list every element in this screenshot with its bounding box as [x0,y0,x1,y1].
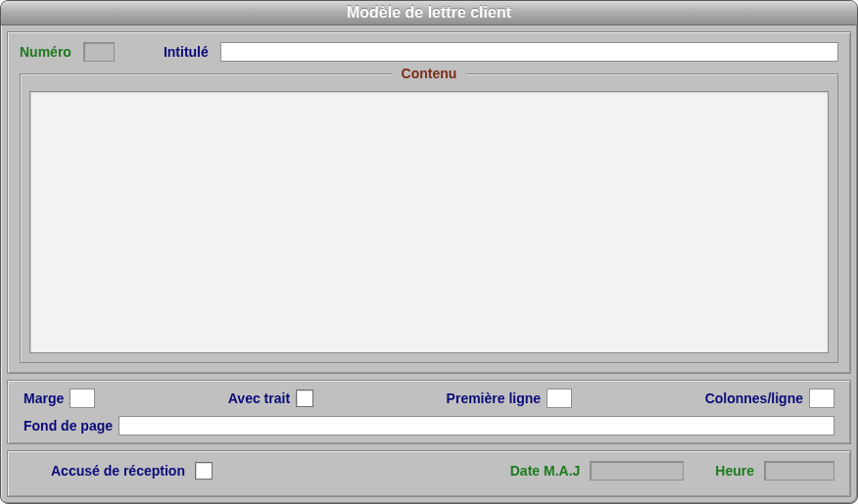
premiere-ligne-label: Première ligne [447,390,542,406]
fond-de-page-input[interactable] [119,416,834,435]
avec-trait-label: Avec trait [228,390,290,406]
colonnes-ligne-input[interactable] [809,389,834,408]
format-panel: Marge Avec trait Première ligne Colonnes… [7,380,851,444]
window: Modèle de lettre client Numéro Intitulé … [0,0,858,504]
colonnes-ligne-label: Colonnes/ligne [705,390,803,406]
heure-label: Heure [715,463,754,479]
avec-trait-checkbox[interactable] [296,389,313,407]
contenu-legend: Contenu [392,66,467,81]
date-maj-label: Date M.A.J [510,463,581,479]
heure-field [764,461,834,481]
footer-panel: Accusé de réception Date M.A.J Heure [7,450,851,497]
titlebar: Modèle de lettre client [1,1,857,25]
numero-label: Numéro [20,44,72,60]
window-title: Modèle de lettre client [347,4,511,22]
marge-label: Marge [24,390,64,406]
client-area: Numéro Intitulé Contenu Marge [1,25,857,503]
marge-input[interactable] [70,389,95,408]
accuse-reception-checkbox[interactable] [195,462,213,480]
accuse-reception-label: Accusé de réception [51,463,185,479]
date-maj-field [590,461,684,481]
contenu-textarea[interactable] [29,91,829,353]
intitule-label: Intitulé [164,44,209,60]
fond-de-page-label: Fond de page [24,418,113,434]
intitule-input[interactable] [220,42,838,62]
premiere-ligne-input[interactable] [547,389,572,408]
numero-field[interactable] [83,42,115,62]
header-panel: Numéro Intitulé Contenu [7,31,851,374]
